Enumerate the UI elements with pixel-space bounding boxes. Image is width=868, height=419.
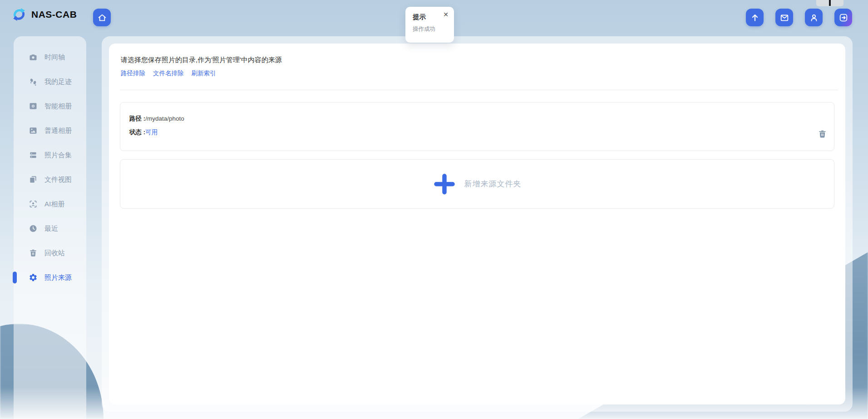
files-icon — [29, 175, 38, 184]
sidebar-item-label: AI相册 — [44, 200, 64, 209]
filename-exclude-link[interactable]: 文件名排除 — [153, 69, 184, 78]
smart-album-icon — [29, 102, 38, 111]
source-path-label: 路径 : — [129, 115, 145, 122]
collection-icon — [29, 151, 38, 160]
source-status-row: 状态 :可用 — [129, 126, 825, 139]
sidebar-item-footprints[interactable]: 我的足迹 — [14, 69, 86, 94]
sidebar-item-ai-albums[interactable]: AI相册 — [14, 192, 86, 216]
sync-logo-icon — [11, 6, 27, 23]
close-icon[interactable]: ✕ — [441, 10, 450, 19]
toast-notification: 提示 操作成功 ✕ — [405, 7, 454, 43]
plus-icon — [433, 173, 456, 195]
trash-icon — [29, 248, 38, 258]
sidebar-item-smart-albums[interactable]: 智能相册 — [14, 94, 86, 118]
sidebar-item-label: 时间轴 — [44, 53, 65, 62]
source-path-row: 路径 :/mydata/photo — [129, 112, 825, 126]
home-button[interactable] — [93, 9, 111, 26]
camera-icon — [29, 53, 38, 62]
footprints-icon — [29, 77, 38, 86]
sidebar-item-label: 文件视图 — [44, 175, 72, 184]
logout-icon — [838, 13, 848, 23]
main-panel: 请选择您保存照片的目录,作为'照片管理'中内容的来源 路径排除 文件名排除 刷新… — [102, 36, 853, 412]
source-status-value: 可用 — [145, 129, 158, 136]
main-content: 请选择您保存照片的目录,作为'照片管理'中内容的来源 路径排除 文件名排除 刷新… — [109, 44, 845, 404]
trash-icon — [818, 129, 828, 139]
divider — [120, 90, 838, 90]
sidebar-item-label: 最近 — [44, 224, 58, 233]
sidebar-item-label: 照片来源 — [44, 273, 72, 282]
add-source-folder-button[interactable]: 新增来源文件夹 — [120, 159, 834, 209]
sidebar-item-albums[interactable]: 普通相册 — [14, 118, 86, 143]
sidebar: 时间轴 我的足迹 智能相册 普通相册 — [14, 36, 86, 419]
sidebar-item-timeline[interactable]: 时间轴 — [14, 45, 86, 69]
sidebar-item-label: 智能相册 — [44, 102, 72, 111]
upload-button[interactable] — [746, 9, 764, 26]
picture-icon — [29, 126, 38, 135]
source-path-value: /mydata/photo — [145, 115, 184, 122]
delete-source-button[interactable] — [818, 129, 828, 139]
toast-message: 操作成功 — [413, 25, 454, 33]
page-instruction: 请选择您保存照片的目录,作为'照片管理'中内容的来源 — [121, 56, 838, 64]
sidebar-item-photo-source[interactable]: 照片来源 — [14, 265, 86, 290]
sidebar-item-label: 回收站 — [44, 249, 65, 258]
sidebar-item-label: 普通相册 — [44, 127, 72, 135]
sidebar-item-recent[interactable]: 最近 — [14, 216, 86, 241]
logout-button[interactable] — [834, 9, 852, 26]
topbar-actions — [746, 9, 852, 26]
path-exclude-link[interactable]: 路径排除 — [121, 69, 145, 78]
upload-arrow-icon — [750, 13, 760, 23]
clock-icon — [29, 224, 38, 233]
app-logo: NAS-CAB — [11, 6, 77, 23]
sidebar-item-label: 照片合集 — [44, 151, 72, 160]
sidebar-item-collections[interactable]: 照片合集 — [14, 143, 86, 167]
mail-icon — [779, 13, 789, 23]
source-folder-card: 路径 :/mydata/photo 状态 :可用 — [120, 102, 834, 151]
home-icon — [97, 13, 107, 23]
app-title: NAS-CAB — [31, 9, 77, 20]
cursor-bar-icon — [829, 0, 831, 6]
partial-tooltip — [816, 0, 843, 6]
sidebar-item-label: 我的足迹 — [44, 78, 72, 86]
action-links: 路径排除 文件名排除 刷新索引 — [121, 69, 838, 78]
ai-face-icon — [29, 200, 38, 209]
sidebar-item-file-view[interactable]: 文件视图 — [14, 167, 86, 192]
gear-icon — [29, 273, 38, 282]
source-status-label: 状态 : — [129, 129, 145, 136]
sidebar-item-recycle-bin[interactable]: 回收站 — [14, 241, 86, 265]
user-icon — [809, 13, 819, 23]
account-button[interactable] — [805, 9, 823, 26]
messages-button[interactable] — [775, 9, 793, 26]
add-source-folder-label: 新增来源文件夹 — [464, 179, 522, 189]
refresh-index-link[interactable]: 刷新索引 — [192, 69, 216, 78]
